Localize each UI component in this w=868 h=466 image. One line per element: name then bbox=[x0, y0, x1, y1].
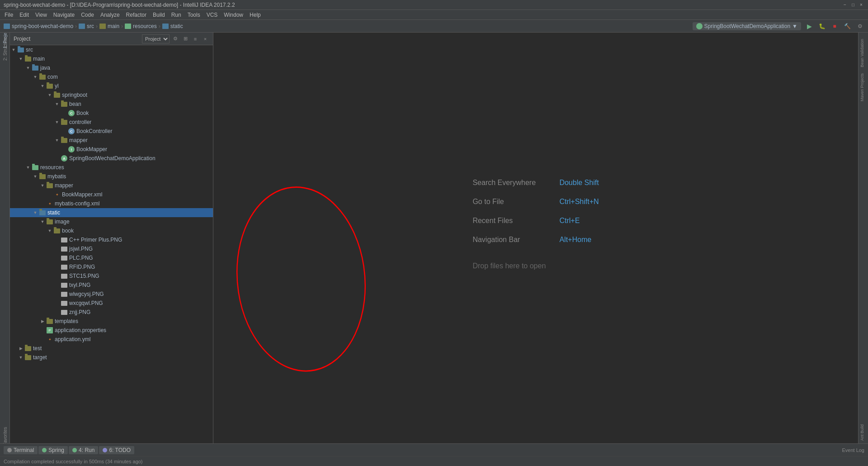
menu-tools[interactable]: Tools bbox=[185, 11, 203, 19]
tree-item-BookController[interactable]: CBookController bbox=[10, 127, 213, 136]
panel-settings-button[interactable]: ⚙ bbox=[171, 35, 179, 43]
search-everywhere-key[interactable]: Double Shift bbox=[559, 179, 599, 187]
tree-arrow-src[interactable]: ▼ bbox=[10, 45, 17, 54]
tree-arrow-com[interactable]: ▼ bbox=[32, 72, 39, 81]
menu-view[interactable]: View bbox=[33, 11, 50, 19]
maven-projects-panel-button[interactable]: Maven Projects bbox=[859, 71, 868, 104]
tree-item-resources[interactable]: ▼resources bbox=[10, 163, 213, 172]
menu-refactor[interactable]: Refactor bbox=[123, 11, 149, 19]
tree-item-BookMapper[interactable]: IBookMapper bbox=[10, 145, 213, 154]
bean-validation-panel-button[interactable]: Bean Validation bbox=[859, 36, 868, 70]
tree-item-znjj.PNG[interactable]: znjj.PNG bbox=[10, 308, 213, 317]
tree-arrow-txyl.PNG[interactable] bbox=[53, 281, 61, 290]
breadcrumb-src[interactable]: src bbox=[79, 23, 94, 29]
tree-arrow-RFID.PNG[interactable] bbox=[53, 262, 61, 271]
tree-arrow-book[interactable]: ▼ bbox=[46, 226, 53, 235]
navigation-bar-key[interactable]: Alt+Home bbox=[559, 236, 591, 244]
project-view-dropdown[interactable]: Project bbox=[142, 34, 170, 43]
tree-item-application.properties[interactable]: Papplication.properties bbox=[10, 326, 213, 335]
tree-arrow-znjj.PNG[interactable] bbox=[53, 308, 61, 317]
tree-arrow-test[interactable]: ▶ bbox=[17, 344, 24, 353]
tree-item-test[interactable]: ▶test bbox=[10, 344, 213, 353]
goto-file-key[interactable]: Ctrl+Shift+N bbox=[559, 198, 599, 206]
tree-item-mybatis[interactable]: ▼mybatis bbox=[10, 172, 213, 181]
minimize-button[interactable]: − bbox=[842, 2, 848, 8]
tree-item-main[interactable]: ▼main bbox=[10, 54, 213, 63]
tree-item-PLC.PNG[interactable]: PLC.PNG bbox=[10, 253, 213, 262]
tree-item-image[interactable]: ▼image bbox=[10, 217, 213, 226]
panel-options-button[interactable]: ≡ bbox=[191, 35, 199, 43]
tree-item-mapper[interactable]: ▼mapper bbox=[10, 136, 213, 145]
tree-arrow-static[interactable]: ▼ bbox=[32, 208, 39, 217]
menu-edit[interactable]: Edit bbox=[17, 11, 32, 19]
project-tree[interactable]: ▼src▼main▼java▼com▼yl▼springboot▼beanCBo… bbox=[10, 45, 213, 443]
tree-arrow-application.yml[interactable] bbox=[39, 335, 46, 344]
tree-arrow-Book[interactable] bbox=[61, 109, 68, 118]
panel-layout-button[interactable]: ⊞ bbox=[181, 35, 189, 43]
tree-item-templates[interactable]: ▶templates bbox=[10, 317, 213, 326]
tree-item-wlwgcysj.PNG[interactable]: wlwgcysj.PNG bbox=[10, 290, 213, 299]
tree-arrow-STC15.PNG[interactable] bbox=[53, 271, 61, 281]
spring-tab[interactable]: Spring bbox=[38, 446, 68, 454]
tree-item-static[interactable]: ▼static bbox=[10, 208, 213, 217]
tree-arrow-application.properties[interactable] bbox=[39, 326, 46, 335]
menu-file[interactable]: File bbox=[2, 11, 16, 19]
maximize-button[interactable]: □ bbox=[850, 2, 856, 8]
menu-code[interactable]: Code bbox=[78, 11, 97, 19]
tree-arrow-PLC.PNG[interactable] bbox=[53, 253, 61, 262]
debug-button[interactable]: 🐛 bbox=[817, 22, 826, 31]
menu-analyze[interactable]: Analyze bbox=[98, 11, 123, 19]
tree-item-mybatis-config.xml[interactable]: ✦mybatis-config.xml bbox=[10, 199, 213, 208]
menu-navigate[interactable]: Navigate bbox=[51, 11, 77, 19]
stop-button[interactable]: ■ bbox=[830, 22, 839, 31]
tree-arrow-springboot[interactable]: ▼ bbox=[46, 90, 53, 100]
structure-tab-button[interactable]: 2: Structure bbox=[0, 44, 9, 53]
tree-item-wxcgqwl.PNG[interactable]: wxcgqwl.PNG bbox=[10, 299, 213, 308]
menu-run[interactable]: Run bbox=[169, 11, 184, 19]
tree-item-controller[interactable]: ▼controller bbox=[10, 118, 213, 127]
tree-item-bean[interactable]: ▼bean bbox=[10, 100, 213, 109]
tree-arrow-wxcgqwl.PNG[interactable] bbox=[53, 299, 61, 308]
breadcrumb-resources[interactable]: resources bbox=[125, 23, 157, 29]
terminal-tab[interactable]: Terminal bbox=[4, 446, 38, 454]
tree-item-Book[interactable]: CBook bbox=[10, 109, 213, 118]
tree-arrow-mybatis-config.xml[interactable] bbox=[39, 199, 46, 208]
tree-item-C++ Primer Plus.PNG[interactable]: C++ Primer Plus.PNG bbox=[10, 235, 213, 244]
tree-item-target[interactable]: ▼target bbox=[10, 353, 213, 362]
panel-close-button[interactable]: × bbox=[201, 35, 209, 43]
tree-arrow-mapper2[interactable]: ▼ bbox=[39, 181, 46, 190]
run-configuration[interactable]: SpringBootWechatDemoApplication ▼ bbox=[693, 22, 801, 30]
tree-arrow-main[interactable]: ▼ bbox=[17, 54, 24, 63]
recent-files-key[interactable]: Ctrl+E bbox=[559, 217, 580, 225]
run-button[interactable]: ▶ bbox=[805, 22, 814, 31]
tree-item-mapper2[interactable]: ▼mapper bbox=[10, 181, 213, 190]
tree-arrow-C++ Primer Plus.PNG[interactable] bbox=[53, 235, 61, 244]
tree-arrow-mapper[interactable]: ▼ bbox=[53, 136, 61, 145]
menu-vcs[interactable]: VCS bbox=[204, 11, 221, 19]
ant-build-panel-button[interactable]: Ant Build bbox=[859, 422, 868, 443]
tree-arrow-templates[interactable]: ▶ bbox=[39, 317, 46, 326]
tree-arrow-wlwgcysj.PNG[interactable] bbox=[53, 290, 61, 299]
breadcrumb-main[interactable]: main bbox=[99, 23, 119, 29]
run-tab[interactable]: 4: Run bbox=[69, 446, 98, 454]
tree-arrow-BookMapper.xml[interactable] bbox=[46, 190, 53, 199]
tree-item-STC15.PNG[interactable]: STC15.PNG bbox=[10, 271, 213, 281]
todo-tab[interactable]: 6: TODO bbox=[99, 446, 134, 454]
tree-item-jsjwl.PNG[interactable]: jsjwl.PNG bbox=[10, 244, 213, 253]
event-log-button[interactable]: Event Log bbox=[842, 447, 864, 453]
tree-item-springboot[interactable]: ▼springboot bbox=[10, 90, 213, 100]
build-button[interactable]: 🔨 bbox=[843, 22, 852, 31]
tree-item-SpringBootWechatDemoApplication[interactable]: ASpringBootWechatDemoApplication bbox=[10, 154, 213, 163]
tree-arrow-bean[interactable]: ▼ bbox=[53, 100, 61, 109]
breadcrumb-project[interactable]: spring-boot-wechat-demo bbox=[4, 23, 73, 29]
menu-window[interactable]: Window bbox=[221, 11, 246, 19]
menu-build[interactable]: Build bbox=[150, 11, 168, 19]
tree-item-com[interactable]: ▼com bbox=[10, 72, 213, 81]
close-button[interactable]: × bbox=[858, 2, 864, 8]
tree-arrow-mybatis[interactable]: ▼ bbox=[32, 172, 39, 181]
tree-item-book[interactable]: ▼book bbox=[10, 226, 213, 235]
breadcrumb-static[interactable]: static bbox=[162, 23, 183, 29]
menu-help[interactable]: Help bbox=[247, 11, 264, 19]
tree-item-java[interactable]: ▼java bbox=[10, 63, 213, 72]
tree-arrow-java[interactable]: ▼ bbox=[24, 63, 32, 72]
